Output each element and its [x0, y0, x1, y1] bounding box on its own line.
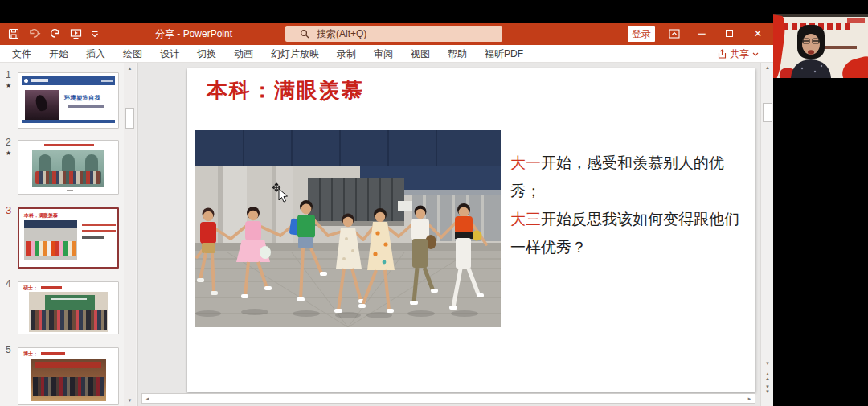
ribbon-display-options-button[interactable] [662, 23, 686, 45]
thumb3-text-line-blur [82, 236, 104, 239]
scroll-left-arrow[interactable]: ◄ [142, 396, 153, 401]
vertical-scrollbar-thumb[interactable] [763, 103, 772, 122]
tab-slideshow[interactable]: 幻灯片放映 [262, 45, 328, 63]
slide-body-text[interactable]: 大一开始，感受和羡慕别人的优秀； 大三开始反思我该如何变得跟他们一样优秀？ [510, 149, 753, 261]
powerpoint-window: 分享 - PowerPoint 搜索(Alt+Q) 登录 ─ × 文件 开始 插… [0, 23, 773, 406]
thumb1-header-right-text [101, 80, 113, 82]
slide-thumbnail-3-selected[interactable]: 本科：满眼羡慕 [18, 207, 119, 269]
window-title: 分享 - PowerPoint [155, 23, 232, 45]
quick-access-toolbar [8, 23, 99, 45]
ribbon-tab-bar: 文件 开始 插入 绘图 设计 切换 动画 幻灯片放映 录制 审阅 视图 帮助 福… [0, 45, 773, 63]
slide-thumbnail-2[interactable] [18, 140, 119, 195]
vertical-scrollbar[interactable]: ▲ ▼ ▲ ▲ ▼ ▼ [760, 63, 773, 406]
scroll-up-arrow[interactable]: ▲ [124, 63, 136, 74]
redo-button[interactable] [50, 28, 61, 39]
animation-star-icon: ★ [6, 150, 11, 157]
slide-number-2: 2 [6, 137, 11, 148]
group-of-people [33, 377, 104, 396]
body-text-2: 开始反思我该如何变得跟他们一样优秀？ [510, 210, 739, 256]
minimize-button[interactable]: ─ [690, 23, 714, 45]
thumb3-photo [24, 220, 77, 260]
slide-editing-area: 本科：满眼羡慕 [138, 63, 773, 406]
chalk-writing [51, 298, 87, 300]
tab-home[interactable]: 开始 [40, 45, 77, 63]
silhouette-figure [35, 94, 48, 112]
search-box[interactable]: 搜索(Alt+Q) [285, 26, 502, 42]
scroll-down-arrow[interactable]: ▼ [124, 395, 136, 406]
restore-icon [726, 30, 733, 37]
webcam-overlay[interactable] [773, 14, 868, 78]
search-icon [300, 29, 309, 39]
share-button[interactable]: 共享 [718, 45, 759, 63]
panel-scrollbar[interactable]: ▲ ▼ [124, 63, 136, 406]
tab-design[interactable]: 设计 [151, 45, 188, 63]
arch-shape [62, 154, 75, 172]
thumb5-title-prefix: 博士： [23, 351, 38, 358]
thumb2-photo [32, 150, 104, 187]
tab-record[interactable]: 录制 [328, 45, 365, 63]
body-lead-2: 大三 [510, 210, 541, 228]
save-icon [8, 28, 19, 39]
chevron-down-icon [91, 29, 99, 39]
slide-number-3: 3 [6, 204, 11, 216]
titlebar: 分享 - PowerPoint 搜索(Alt+Q) 登录 ─ × [0, 23, 773, 45]
share-label: 共享 [730, 47, 749, 61]
building-band [24, 220, 77, 228]
double-up-arrow-icon: ▲ [761, 376, 774, 381]
workspace: 1 ★ 环境塑造自我 2 ★ [0, 63, 773, 406]
save-button[interactable] [8, 28, 19, 39]
slide-thumbnail-1[interactable]: 环境塑造自我 [18, 72, 119, 129]
thumb3-text-line-blur [82, 224, 116, 226]
share-caret-icon [752, 52, 759, 56]
slide-number-4: 4 [6, 278, 11, 289]
animation-star-icon: ★ [6, 82, 11, 89]
slide-canvas[interactable]: 本科：满眼羡慕 [187, 68, 755, 392]
group-of-people [35, 171, 101, 184]
thumb1-bottom-bar [22, 120, 115, 123]
thumb4-title-prefix: 硕士： [23, 285, 38, 292]
university-logo-text [31, 79, 48, 82]
close-button[interactable]: × [746, 23, 770, 45]
search-placeholder: 搜索(Alt+Q) [317, 27, 366, 41]
undo-button[interactable] [28, 28, 41, 39]
restore-button[interactable] [717, 23, 741, 45]
thumb1-header-bar [22, 76, 115, 85]
scroll-right-arrow[interactable]: ► [744, 396, 755, 401]
arch-shape [39, 154, 51, 172]
thumb5-title-blur [41, 352, 65, 355]
slide-photo[interactable] [195, 130, 501, 327]
tab-view[interactable]: 视图 [402, 45, 439, 63]
thumb3-text-line-blur [82, 230, 116, 232]
thumb2-caption-blur [67, 190, 73, 191]
presenter-person [773, 14, 868, 78]
tab-review[interactable]: 审阅 [365, 45, 402, 63]
panel-scrollbar-thumb[interactable] [125, 108, 134, 129]
horizontal-scrollbar[interactable]: ◄ ► [141, 393, 755, 404]
start-slideshow-button[interactable] [70, 28, 82, 39]
thumb2-title-blur [44, 144, 94, 146]
login-button[interactable]: 登录 [628, 26, 655, 42]
tab-transitions[interactable]: 切换 [188, 45, 225, 63]
body-line-1: 大一开始，感受和羡慕别人的优秀； [510, 149, 753, 205]
tab-help[interactable]: 帮助 [439, 45, 476, 63]
customize-qat-button[interactable] [91, 29, 99, 39]
group-of-people [31, 310, 107, 330]
scroll-up-arrow[interactable]: ▲ [761, 63, 774, 73]
next-slide-button[interactable]: ▼ ▼ [761, 384, 774, 395]
slide-thumbnail-panel: 1 ★ 环境塑造自我 2 ★ [0, 63, 138, 406]
tab-foxit-pdf[interactable]: 福昕PDF [476, 45, 532, 63]
body-line-2: 大三开始反思我该如何变得跟他们一样优秀？ [510, 205, 753, 261]
thumb4-photo [29, 292, 108, 332]
tab-animations[interactable]: 动画 [225, 45, 262, 63]
slide-title[interactable]: 本科：满眼羡慕 [207, 76, 364, 105]
slide-thumbnail-4[interactable]: 硕士： [18, 281, 119, 334]
slide-thumbnail-5[interactable]: 博士： [18, 347, 119, 405]
pointer-arrow-icon [279, 189, 288, 202]
slideshow-icon [70, 28, 82, 39]
tab-file[interactable]: 文件 [3, 45, 40, 63]
thumb4-title-blur [41, 286, 62, 289]
previous-slide-button[interactable]: ▲ ▲ [761, 371, 774, 382]
tab-insert[interactable]: 插入 [77, 45, 114, 63]
scroll-down-arrow[interactable]: ▼ [761, 359, 774, 369]
tab-draw[interactable]: 绘图 [114, 45, 151, 63]
